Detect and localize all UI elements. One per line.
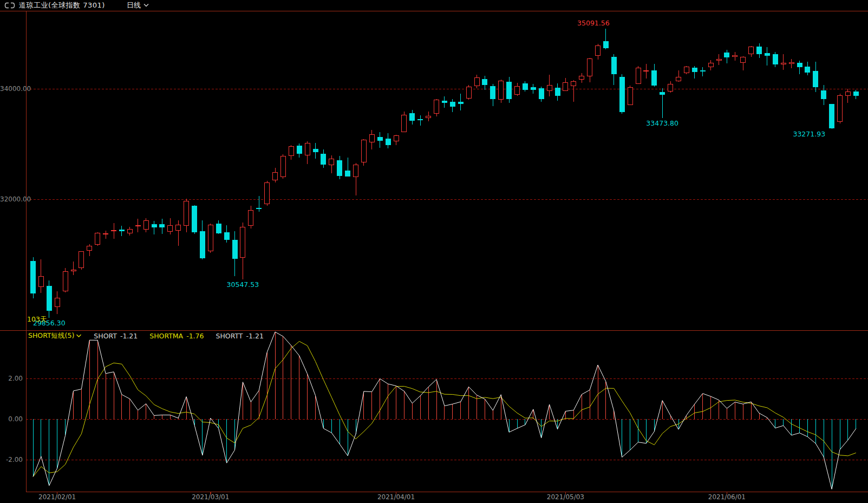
oscillator-axis-label: 0.00 <box>0 415 23 423</box>
chevron-down-icon <box>76 334 82 338</box>
chart-annotation: 103天 <box>27 316 47 323</box>
indicator-readout-short: SHORT-1.21 <box>94 332 138 340</box>
chart-annotation: 33271.93 <box>787 130 825 138</box>
app-root: { "toolbar": { "title": "道琼工业(全球指数 7301)… <box>0 0 868 503</box>
indicator-readout-shortma: SHORTMA-1.76 <box>149 332 204 340</box>
price-axis-label: 32000.00 <box>0 195 23 203</box>
date-label: 2021/05/03 <box>541 493 590 501</box>
link-icon[interactable] <box>4 2 16 9</box>
date-label: 2021/06/01 <box>702 493 751 501</box>
price-axis-label: 34000.00 <box>0 85 23 93</box>
date-label: 2021/03/01 <box>186 493 235 501</box>
chevron-down-icon <box>143 3 149 8</box>
candlestick-chart[interactable] <box>0 0 868 503</box>
chart-annotation: 30547.53 <box>224 281 262 289</box>
chart-annotation: 33473.80 <box>643 120 681 127</box>
period-label: 日线 <box>127 1 141 10</box>
chart-annotation: 35091.56 <box>575 19 612 27</box>
indicator-readout-shortt: SHORTT-1.21 <box>216 332 264 340</box>
indicator-name: SHORT短线(5) <box>28 331 74 341</box>
date-label: 2021/02/01 <box>33 493 82 501</box>
oscillator-axis-label: -2.00 <box>0 456 23 463</box>
period-selector[interactable]: 日线 <box>127 1 149 10</box>
oscillator-axis-label: 2.00 <box>0 375 23 382</box>
indicator-header: SHORT短线(5) SHORT-1.21 SHORTMA-1.76 SHORT… <box>28 331 264 341</box>
toolbar: 道琼工业(全球指数 7301) 日线 <box>0 0 868 11</box>
date-label: 2021/04/01 <box>372 493 421 501</box>
symbol-title: 道琼工业(全球指数 7301) <box>19 1 105 10</box>
indicator-selector[interactable]: SHORT短线(5) <box>28 331 82 341</box>
